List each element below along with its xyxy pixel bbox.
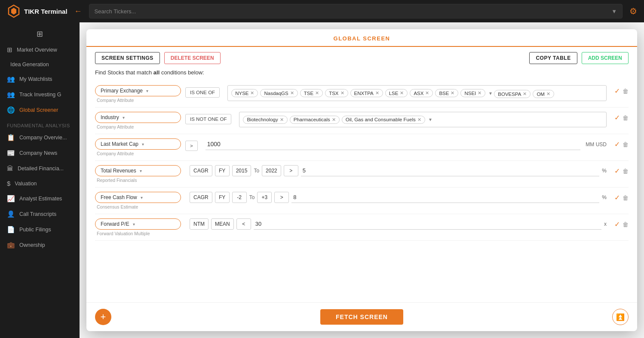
add-screen-button[interactable]: ADD SCREEN: [582, 52, 629, 64]
sidebar-item-company-news[interactable]: 📰 Company News: [0, 145, 80, 161]
delete-icon[interactable]: 🗑: [623, 221, 629, 228]
sidebar-item-detailed-financials[interactable]: 🏛 Detailed Financia...: [0, 161, 80, 176]
mean-box[interactable]: MEAN: [211, 218, 234, 230]
total-revenues-input[interactable]: [301, 165, 600, 176]
to-year-box[interactable]: 2022: [262, 165, 281, 176]
search-placeholder: Search Tickers...: [95, 8, 136, 15]
back-button[interactable]: ←: [74, 7, 82, 16]
filter-row-forward-pe: Forward P/E ▾ Forward Valuation Multiple…: [95, 214, 629, 241]
ownership-icon: 💼: [7, 241, 15, 249]
confirm-icon[interactable]: ✓: [614, 87, 620, 95]
sidebar-item-ownership[interactable]: 💼 Ownership: [0, 237, 80, 253]
filter-label-col: Primary Exchange ▾ Company Attribute: [95, 85, 181, 103]
sidebar-item-market-overview[interactable]: ⊞ Market Overview: [0, 42, 80, 58]
fy-box[interactable]: FY: [215, 192, 230, 203]
sidebar-item-call-transcripts[interactable]: 👤 Call Transcripts: [0, 206, 80, 222]
from-year-box[interactable]: -2: [232, 192, 247, 203]
sidebar-item-label: Call Transcripts: [19, 211, 56, 217]
dropdown-arrow-icon: ▾: [141, 195, 143, 200]
operator-box[interactable]: IS ONE OF: [185, 87, 220, 98]
ntm-box[interactable]: NTM: [190, 218, 209, 230]
tag-remove-icon[interactable]: ✕: [332, 117, 336, 123]
fy-box[interactable]: FY: [215, 165, 230, 176]
find-text-bold: all: [153, 69, 159, 76]
add-filter-button[interactable]: +: [95, 309, 111, 325]
free-cash-flow-pill[interactable]: Free Cash Flow ▾: [95, 192, 181, 203]
forward-pe-pill[interactable]: Forward P/E ▾: [95, 218, 181, 230]
cagr-box[interactable]: CAGR: [190, 165, 212, 176]
operator-box[interactable]: >: [185, 141, 198, 151]
sidebar-item-valuation[interactable]: $ Valuation: [0, 176, 80, 191]
sidebar-item-label: Ownership: [19, 242, 45, 248]
screen-settings-button[interactable]: SCREEN SETTINGS: [95, 52, 160, 64]
free-cash-flow-input[interactable]: [291, 192, 599, 203]
tag-remove-icon[interactable]: ✕: [417, 117, 421, 123]
delete-icon[interactable]: 🗑: [623, 88, 629, 95]
confirm-icon[interactable]: ✓: [614, 194, 620, 202]
tag-remove-icon[interactable]: ✕: [400, 90, 404, 96]
market-cap-input[interactable]: [205, 138, 581, 150]
forward-pe-input[interactable]: [254, 218, 601, 230]
toolbar-right: COPY TABLE ADD SCREEN: [529, 52, 629, 64]
total-revenues-pill[interactable]: Total Revenues ▾: [95, 165, 181, 176]
tag-remove-icon[interactable]: ✕: [425, 90, 429, 96]
last-market-cap-pill[interactable]: Last Market Cap ▾: [95, 138, 181, 150]
delete-icon[interactable]: 🗑: [623, 114, 629, 121]
global-screener-icon: 🌐: [7, 106, 15, 114]
tag-remove-icon[interactable]: ✕: [315, 90, 319, 96]
tags-expand-icon[interactable]: ▾: [429, 117, 432, 123]
app-title: TIKR Terminal: [24, 8, 67, 15]
dropdown-arrow-icon: ▾: [123, 115, 125, 120]
tag-remove-icon[interactable]: ✕: [250, 90, 254, 96]
copy-table-button[interactable]: COPY TABLE: [529, 52, 577, 64]
filter-values: NYSE✕ NasdaqGS✕ TSE✕ TSX✕ ENXTPA✕ LSE✕ A…: [227, 85, 607, 101]
tag-remove-icon[interactable]: ✕: [478, 90, 481, 96]
industry-pill[interactable]: Industry ▾: [95, 112, 181, 123]
operator-box[interactable]: >: [284, 165, 298, 176]
tag-lse: LSE✕: [385, 89, 408, 97]
delete-icon[interactable]: 🗑: [623, 141, 629, 148]
tag-remove-icon[interactable]: ✕: [280, 117, 284, 123]
svg-marker-1: [11, 8, 16, 15]
sidebar-item-company-overview[interactable]: 📋 Company Overvie...: [0, 130, 80, 145]
confirm-icon[interactable]: ✓: [614, 114, 620, 122]
tag-remove-icon[interactable]: ✕: [340, 90, 344, 96]
tag-remove-icon[interactable]: ✕: [451, 90, 454, 96]
sidebar-item-idea-generation[interactable]: Idea Generation: [0, 58, 80, 71]
operator-box[interactable]: >: [274, 192, 289, 203]
delete-screen-button[interactable]: DELETE SCREEN: [164, 52, 221, 64]
to-year-box[interactable]: +3: [257, 192, 272, 203]
total-revenues-sublabel: Reported Financials: [95, 178, 181, 183]
cagr-box[interactable]: CAGR: [190, 192, 212, 203]
tag-oil-gas: Oil, Gas and Consumable Fuels✕: [342, 116, 425, 124]
filter-row-free-cash-flow: Free Cash Flow ▾ Consensus Estimate CAGR…: [95, 187, 629, 214]
confirm-icon[interactable]: ✓: [614, 167, 620, 175]
operator-box[interactable]: IS NOT ONE OF: [185, 114, 231, 124]
from-year-box[interactable]: 2015: [232, 165, 251, 176]
grid-icon[interactable]: ⊞: [37, 29, 43, 39]
primary-exchange-pill[interactable]: Primary Exchange ▾: [95, 85, 181, 96]
delete-icon[interactable]: 🗑: [623, 168, 629, 175]
delete-icon[interactable]: 🗑: [623, 194, 629, 201]
scroll-top-button[interactable]: ⏫: [612, 309, 629, 325]
market-overview-icon: ⊞: [7, 46, 12, 54]
filter-label-col: Industry ▾ Company Attribute: [95, 112, 181, 129]
sidebar-item-my-watchlists[interactable]: 👥 My Watchlists: [0, 71, 80, 87]
search-bar[interactable]: Search Tickers... ▼: [89, 4, 623, 18]
sidebar-item-track-investing[interactable]: 👥 Track Investing G: [0, 87, 80, 102]
sidebar-item-global-screener[interactable]: 🌐 Global Screener: [0, 102, 80, 118]
last-market-cap-sublabel: Company Attribute: [95, 151, 181, 156]
tag-remove-icon[interactable]: ✕: [375, 90, 379, 96]
sidebar-item-public-filings[interactable]: 📄 Public Filings: [0, 222, 80, 237]
tags-expand-icon[interactable]: ▾: [489, 90, 492, 96]
sidebar-item-analyst-estimates[interactable]: 📈 Analyst Estimates: [0, 191, 80, 206]
settings-icon[interactable]: ⚙: [629, 6, 637, 16]
fetch-screen-button[interactable]: FETCH SCREEN: [320, 309, 403, 325]
operator-box[interactable]: <: [236, 218, 251, 230]
tag-remove-icon[interactable]: ✕: [546, 91, 550, 97]
tag-remove-icon[interactable]: ✕: [523, 91, 527, 97]
confirm-icon[interactable]: ✓: [614, 140, 620, 148]
confirm-icon[interactable]: ✓: [614, 220, 620, 228]
tag-remove-icon[interactable]: ✕: [290, 90, 294, 96]
find-text-suffix: conditions below:: [159, 69, 204, 76]
